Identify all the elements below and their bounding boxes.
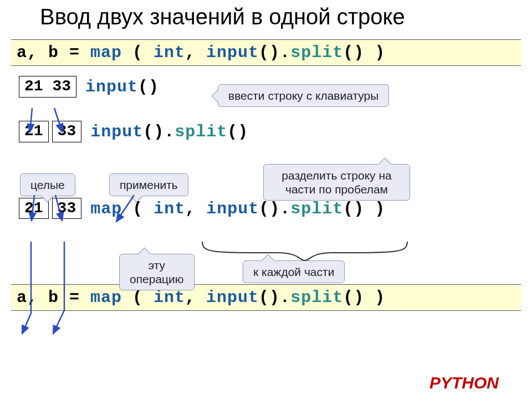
code-token: () [227, 122, 248, 141]
code-token: split [175, 122, 227, 141]
code-token: input [206, 43, 259, 62]
code-token: int [154, 288, 185, 307]
code-token: ( [122, 200, 154, 218]
code-token: input [90, 122, 143, 141]
code-token: (). [259, 43, 290, 62]
code-token: map [90, 200, 122, 218]
slide-title: Ввод двух значений в одной строке [0, 0, 532, 39]
value-box: 33 [52, 121, 82, 142]
code-token: () ) [343, 43, 385, 62]
code-inline: input().split() [90, 121, 248, 142]
value-box: 21 [19, 198, 49, 219]
row-map: 21 33 map ( int, input().split() ) [19, 198, 532, 219]
callout-integers: целые [20, 173, 75, 196]
value-box: 33 [52, 198, 82, 219]
value-box-pair: 21 33 [19, 198, 81, 219]
code-token: int [154, 200, 185, 218]
code-top: a, b = map ( int, input().split() ) [11, 39, 521, 66]
code-token: input [85, 78, 138, 96]
code-token: map [90, 43, 122, 62]
code-token: (). [259, 200, 290, 218]
row-split: 21 33 input().split() [19, 121, 532, 142]
code-token: split [290, 200, 343, 218]
python-label: PYTHON [429, 374, 499, 392]
value-box: 21 [19, 121, 49, 142]
code-token: ( [122, 288, 154, 307]
value-box: 21 33 [19, 76, 76, 98]
code-bottom: a, b = map ( int, input().split() ) [11, 284, 521, 311]
code-token: () ) [343, 288, 385, 307]
code-token: (). [259, 288, 290, 307]
value-box-pair: 21 33 [19, 121, 81, 142]
callout-each-part: к каждой части [243, 260, 345, 283]
code-token: (). [143, 122, 175, 141]
code-token: a, b = [17, 288, 90, 307]
code-token: ( [122, 43, 154, 62]
code-token: , [185, 288, 206, 307]
code-token: , [185, 43, 206, 62]
code-token: () ) [343, 200, 385, 218]
code-token: split [290, 43, 343, 62]
callout-split: разделить строку на части по пробелам [263, 164, 410, 201]
code-token: input [206, 288, 259, 307]
code-token: () [138, 78, 159, 96]
code-token: split [290, 288, 343, 307]
code-token: map [90, 288, 122, 307]
code-token: int [154, 43, 185, 62]
callout-this-op: эту операцию [119, 254, 195, 290]
code-inline: input() [85, 76, 159, 97]
code-token: , [185, 200, 206, 218]
code-token: a, b = [17, 43, 90, 62]
callout-apply: применить [109, 173, 188, 196]
code-token: input [206, 200, 259, 218]
callout-keyboard: ввести строку с клавиатуры [218, 84, 389, 107]
